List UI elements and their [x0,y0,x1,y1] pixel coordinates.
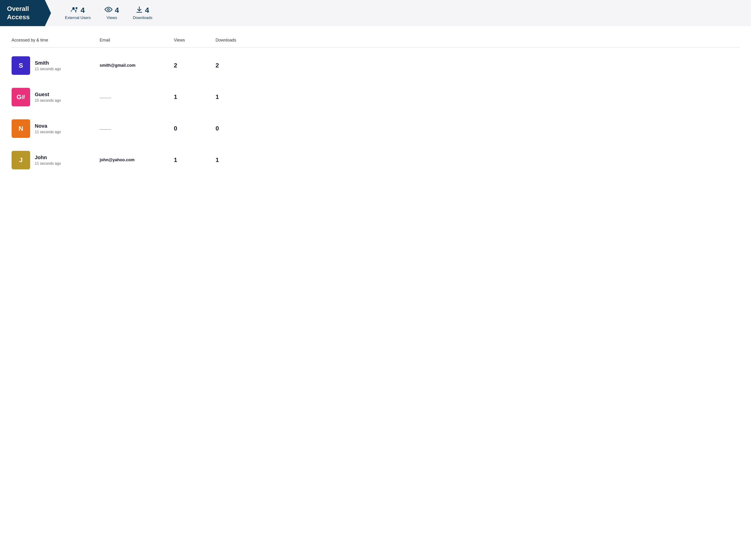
views-label: Views [106,16,117,20]
user-name-guest: Guest [35,92,61,98]
table-section: Accessed by & time Email Views Downloads… [0,26,751,185]
col-header-downloads: Downloads [216,38,262,43]
user-cell-smith: S Smith 11 seconds ago [12,56,100,75]
user-name-john: John [35,155,61,161]
user-time-smith: 11 seconds ago [35,67,61,71]
stat-top-views: 4 [104,6,119,15]
header-banner: Overall Access 4 External Users [0,0,751,26]
stat-external-users: 4 External Users [65,6,91,20]
user-time-guest: 15 seconds ago [35,98,61,103]
table-row: S Smith 11 seconds ago smith@gmail.com 2… [12,50,739,81]
avatar-initials-john: J [19,156,23,164]
views-cell-guest: 1 [174,93,216,101]
avatar-nova: N [12,119,30,138]
table-row: N Nova 11 seconds ago 0 0 [12,113,739,144]
overall-access-label: Overall Access [0,0,51,26]
user-cell-guest: G# Guest 15 seconds ago [12,88,100,106]
user-cell-john: J John 11 seconds ago [12,151,100,169]
views-cell-smith: 2 [174,62,216,69]
user-info-smith: Smith 11 seconds ago [35,60,61,71]
email-cell-smith: smith@gmail.com [100,63,174,68]
col-header-accessed-by: Accessed by & time [12,38,100,43]
downloads-cell-john: 1 [216,156,262,164]
user-name-nova: Nova [35,123,61,129]
svg-point-1 [76,7,77,9]
table-header: Accessed by & time Email Views Downloads [12,36,739,45]
eye-icon [104,7,113,14]
table-divider [12,47,739,47]
downloads-cell-nova: 0 [216,125,262,132]
stat-top-downloads: 4 [136,6,149,15]
avatar-initials-nova: N [19,125,23,132]
user-info-john: John 11 seconds ago [35,155,61,166]
col-header-email: Email [100,38,174,43]
views-cell-john: 1 [174,156,216,164]
avatar-initials-smith: S [19,62,23,69]
avatar-smith: S [12,56,30,75]
downloads-count: 4 [145,6,149,15]
user-name-smith: Smith [35,60,61,66]
views-count: 4 [115,6,119,15]
svg-point-3 [108,9,109,10]
downloads-label: Downloads [133,16,152,20]
download-icon [136,6,142,15]
stat-downloads: 4 Downloads [133,6,152,20]
email-cell-guest [100,95,174,99]
external-users-label: External Users [65,16,91,20]
table-row: G# Guest 15 seconds ago 1 1 [12,81,739,113]
user-cell-nova: N Nova 11 seconds ago [12,119,100,138]
stat-views: 4 Views [104,6,119,20]
table-row: J John 11 seconds ago john@yahoo.com 1 1 [12,144,739,176]
svg-point-0 [72,7,75,9]
user-time-john: 11 seconds ago [35,161,61,166]
avatar-john: J [12,151,30,169]
email-dash-guest [100,98,111,98]
avatar-guest: G# [12,88,30,106]
downloads-cell-smith: 2 [216,62,262,69]
views-cell-nova: 0 [174,125,216,132]
downloads-cell-guest: 1 [216,93,262,101]
user-info-nova: Nova 11 seconds ago [35,123,61,134]
stat-top-users: 4 [71,6,85,15]
users-icon [71,6,78,14]
external-users-count: 4 [81,6,85,15]
email-cell-john: john@yahoo.com [100,158,174,162]
user-info-guest: Guest 15 seconds ago [35,92,61,103]
email-cell-nova [100,126,174,131]
email-dash-nova [100,129,111,130]
user-time-nova: 11 seconds ago [35,130,61,134]
avatar-initials-guest: G# [17,93,25,101]
stats-container: 4 External Users 4 Views [51,0,751,26]
col-header-views: Views [174,38,216,43]
overall-access-text: Overall Access [7,5,30,22]
